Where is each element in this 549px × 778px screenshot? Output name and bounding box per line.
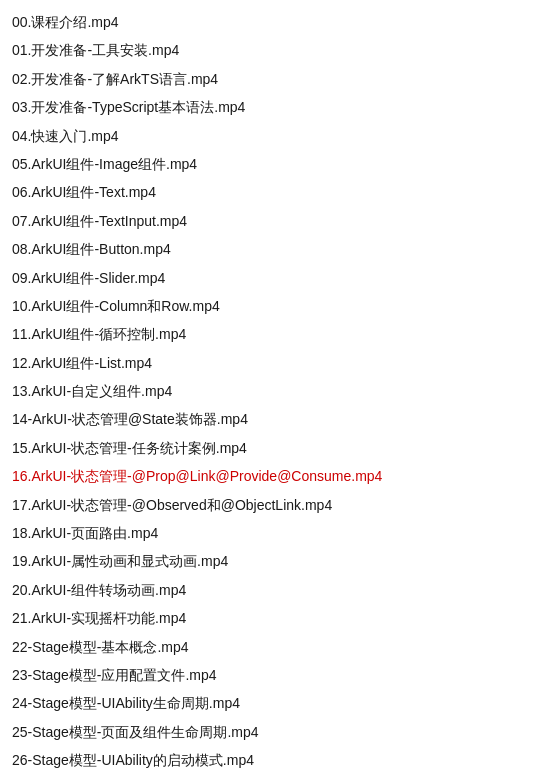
- list-item[interactable]: 22-Stage模型-基本概念.mp4: [12, 633, 537, 661]
- list-item[interactable]: 24-Stage模型-UIAbility生命周期.mp4: [12, 689, 537, 717]
- list-item[interactable]: 13.ArkUI-自定义组件.mp4: [12, 377, 537, 405]
- list-item[interactable]: 26-Stage模型-UIAbility的启动模式.mp4: [12, 746, 537, 774]
- list-item[interactable]: 11.ArkUI组件-循环控制.mp4: [12, 320, 537, 348]
- list-item[interactable]: 25-Stage模型-页面及组件生命周期.mp4: [12, 718, 537, 746]
- list-item[interactable]: 03.开发准备-TypeScript基本语法.mp4: [12, 93, 537, 121]
- list-item[interactable]: 02.开发准备-了解ArkTS语言.mp4: [12, 65, 537, 93]
- list-item[interactable]: 04.快速入门.mp4: [12, 122, 537, 150]
- list-item[interactable]: 17.ArkUI-状态管理-@Observed和@ObjectLink.mp4: [12, 491, 537, 519]
- list-item[interactable]: 27.网络连接-Http请求数据.mp4: [12, 775, 537, 778]
- list-item[interactable]: 23-Stage模型-应用配置文件.mp4: [12, 661, 537, 689]
- list-item[interactable]: 21.ArkUI-实现摇杆功能.mp4: [12, 604, 537, 632]
- list-item[interactable]: 10.ArkUI组件-Column和Row.mp4: [12, 292, 537, 320]
- list-item[interactable]: 06.ArkUI组件-Text.mp4: [12, 178, 537, 206]
- list-item[interactable]: 16.ArkUI-状态管理-@Prop@Link@Provide@Consume…: [12, 462, 537, 490]
- list-item[interactable]: 08.ArkUI组件-Button.mp4: [12, 235, 537, 263]
- list-item[interactable]: 15.ArkUI-状态管理-任务统计案例.mp4: [12, 434, 537, 462]
- list-item[interactable]: 12.ArkUI组件-List.mp4: [12, 349, 537, 377]
- list-item[interactable]: 09.ArkUI组件-Slider.mp4: [12, 264, 537, 292]
- list-item[interactable]: 18.ArkUI-页面路由.mp4: [12, 519, 537, 547]
- list-item[interactable]: 05.ArkUI组件-Image组件.mp4: [12, 150, 537, 178]
- file-list: 00.课程介绍.mp401.开发准备-工具安装.mp402.开发准备-了解Ark…: [0, 0, 549, 778]
- list-item[interactable]: 14-ArkUI-状态管理@State装饰器.mp4: [12, 405, 537, 433]
- list-item[interactable]: 19.ArkUI-属性动画和显式动画.mp4: [12, 547, 537, 575]
- list-item[interactable]: 07.ArkUI组件-TextInput.mp4: [12, 207, 537, 235]
- list-item[interactable]: 00.课程介绍.mp4: [12, 8, 537, 36]
- list-item[interactable]: 01.开发准备-工具安装.mp4: [12, 36, 537, 64]
- list-item[interactable]: 20.ArkUI-组件转场动画.mp4: [12, 576, 537, 604]
